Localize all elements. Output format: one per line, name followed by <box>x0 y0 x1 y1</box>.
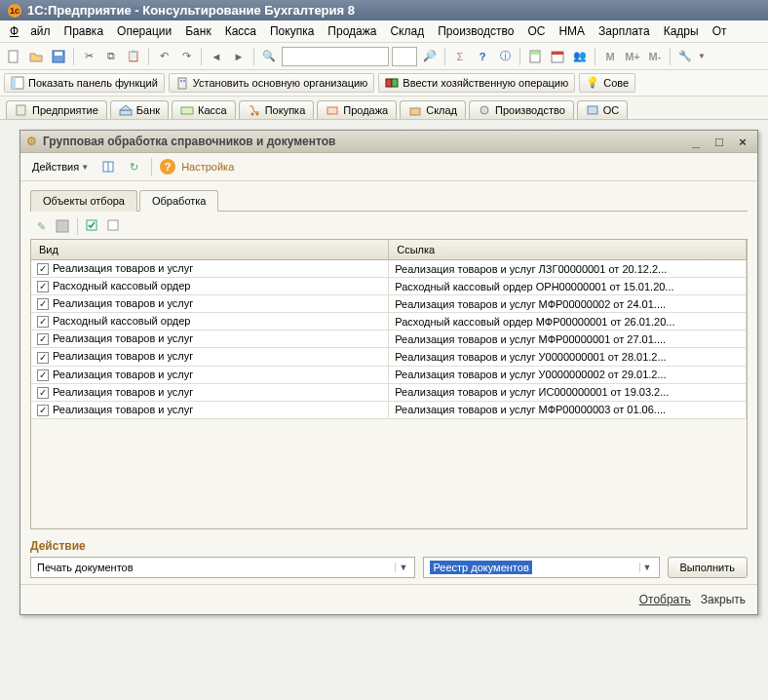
close-link[interactable]: Закрыть <box>701 593 746 606</box>
table-row[interactable]: ✓Расходный кассовый ордерРасходный кассо… <box>31 313 747 331</box>
settings-link[interactable]: Настройка <box>181 161 234 173</box>
checkbox-icon[interactable]: ✓ <box>37 281 49 292</box>
close-button[interactable]: × <box>734 134 751 149</box>
svg-rect-25 <box>57 220 68 232</box>
maximize-button[interactable]: □ <box>710 134 728 149</box>
checkbox-icon[interactable]: ✓ <box>37 298 49 310</box>
checkbox-icon[interactable]: ✓ <box>37 263 49 275</box>
section-tab-os[interactable]: ОС <box>577 100 629 119</box>
cut-icon[interactable]: ✂ <box>79 47 98 66</box>
checkbox-icon[interactable]: ✓ <box>37 405 49 416</box>
action-param-combo[interactable]: Реестр документов ▼ <box>423 557 659 578</box>
menu-sale[interactable]: Продажа <box>322 22 382 40</box>
col-link-header[interactable]: Ссылка <box>389 240 747 260</box>
checkbox-icon[interactable]: ✓ <box>37 369 49 381</box>
help-icon[interactable]: ? <box>473 47 492 66</box>
search-icon[interactable]: 🔍 <box>259 47 279 66</box>
section-tab-cash[interactable]: Касса <box>172 100 236 119</box>
back-icon[interactable]: ◄ <box>207 47 226 66</box>
check-all-icon[interactable] <box>84 217 101 235</box>
checkbox-icon[interactable]: ✓ <box>37 316 49 328</box>
copy-icon[interactable]: ⧉ <box>101 47 121 66</box>
edit-icon[interactable]: ✎ <box>32 217 50 235</box>
menu-warehouse[interactable]: Склад <box>384 22 430 40</box>
checkbox-icon[interactable]: ✓ <box>37 333 49 345</box>
wrench-icon[interactable]: 🔧 <box>675 47 695 66</box>
calendar-icon[interactable] <box>548 47 567 66</box>
help-icon[interactable]: ? <box>160 159 175 175</box>
enter-operation-button[interactable]: Ввести хозяйственную операцию <box>378 73 575 93</box>
book-icon[interactable] <box>98 157 118 176</box>
info-icon[interactable]: ⓘ <box>495 47 515 66</box>
forward-icon[interactable]: ► <box>229 47 249 66</box>
menu-operations[interactable]: Операции <box>111 22 177 40</box>
select-button[interactable]: Отобрать <box>639 593 691 606</box>
section-tab-bank[interactable]: Банк <box>110 100 169 119</box>
menu-file[interactable]: Файл <box>4 22 57 40</box>
table-row[interactable]: ✓Расходный кассовый ордерРасходный кассо… <box>31 278 747 295</box>
open-icon[interactable] <box>26 47 46 66</box>
search-filter[interactable] <box>392 47 417 66</box>
search-input[interactable] <box>282 47 389 66</box>
execute-button[interactable]: Выполнить <box>668 557 748 578</box>
menu-edit[interactable]: Правка <box>58 22 110 40</box>
users-icon[interactable]: 👥 <box>570 47 590 66</box>
table-row[interactable]: ✓Реализация товаров и услугРеализация то… <box>31 295 747 313</box>
mplus-button[interactable]: M+ <box>623 47 642 66</box>
col-type-header[interactable]: Вид <box>31 240 389 260</box>
action-param-value: Реестр документов <box>430 561 531 574</box>
section-tab-sale[interactable]: Продажа <box>317 100 397 119</box>
dialog-title-bar[interactable]: ⚙ Групповая обработка справочников и док… <box>20 131 757 153</box>
mminus-button[interactable]: M- <box>645 47 665 66</box>
m-button[interactable]: M <box>600 47 620 66</box>
svg-point-18 <box>255 113 258 116</box>
checkbox-icon[interactable]: ✓ <box>37 352 49 364</box>
section-tab-warehouse[interactable]: Склад <box>400 100 466 119</box>
menu-purchase[interactable]: Покупка <box>264 22 320 40</box>
table-row[interactable]: ✓Реализация товаров и услугРеализация то… <box>31 260 747 278</box>
paste-icon[interactable]: 📋 <box>124 47 143 66</box>
save-icon[interactable] <box>49 47 68 66</box>
undo-icon[interactable]: ↶ <box>154 47 173 66</box>
uncheck-all-icon[interactable] <box>105 217 123 235</box>
new-icon[interactable] <box>4 47 23 66</box>
toolbar-separator <box>201 48 202 65</box>
menu-personnel[interactable]: Кадры <box>658 22 705 40</box>
document-table[interactable]: Вид Ссылка ✓Реализация товаров и услугРе… <box>30 239 748 529</box>
refresh-icon[interactable]: ↻ <box>124 157 143 176</box>
tips-button[interactable]: 💡 Сове <box>579 73 635 93</box>
svg-rect-19 <box>327 107 337 114</box>
action-type-combo[interactable]: Печать документов ▼ <box>30 557 415 578</box>
menu-cash[interactable]: Касса <box>219 22 262 40</box>
menu-os[interactable]: ОС <box>521 22 551 40</box>
checkbox-icon[interactable]: ✓ <box>37 387 49 399</box>
menu-bank[interactable]: Банк <box>179 22 216 40</box>
table-row[interactable]: ✓Реализация товаров и услугРеализация то… <box>31 401 747 418</box>
save-icon[interactable] <box>54 217 71 235</box>
calc-icon[interactable] <box>525 47 545 66</box>
tab-selection-objects[interactable]: Объекты отбора <box>30 190 137 212</box>
find-next-icon[interactable]: 🔎 <box>420 47 440 66</box>
section-tab-label: Продажа <box>343 104 388 116</box>
section-tab-enterprise[interactable]: Предприятие <box>6 100 107 119</box>
sigma-icon[interactable]: Σ <box>450 47 470 66</box>
section-tab-production[interactable]: Производство <box>469 100 574 119</box>
redo-icon[interactable]: ↷ <box>176 47 196 66</box>
menu-production[interactable]: Производство <box>432 22 519 40</box>
cell-link: Реализация товаров и услуг У0000000002 о… <box>389 366 747 383</box>
dropdown-arrow-icon[interactable]: ▼ <box>698 52 706 60</box>
function-bar: Показать панель функций Установить основ… <box>0 70 768 97</box>
actions-dropdown[interactable]: Действия ▼ <box>28 160 93 174</box>
table-row[interactable]: ✓Реализация товаров и услугРеализация то… <box>31 366 747 383</box>
set-main-org-button[interactable]: Установить основную организацию <box>169 73 375 93</box>
minimize-button[interactable]: _ <box>687 134 705 149</box>
menu-salary[interactable]: Зарплата <box>593 22 656 40</box>
table-row[interactable]: ✓Реализация товаров и услугРеализация то… <box>31 331 747 348</box>
show-functions-panel-button[interactable]: Показать панель функций <box>4 73 165 93</box>
table-row[interactable]: ✓Реализация товаров и услугРеализация то… <box>31 348 747 366</box>
section-tab-purchase[interactable]: Покупка <box>239 100 315 119</box>
menu-reports[interactable]: От <box>707 22 733 40</box>
table-row[interactable]: ✓Реализация товаров и услугРеализация то… <box>31 383 747 401</box>
tab-processing[interactable]: Обработка <box>139 190 218 212</box>
menu-nma[interactable]: НМА <box>553 22 591 40</box>
